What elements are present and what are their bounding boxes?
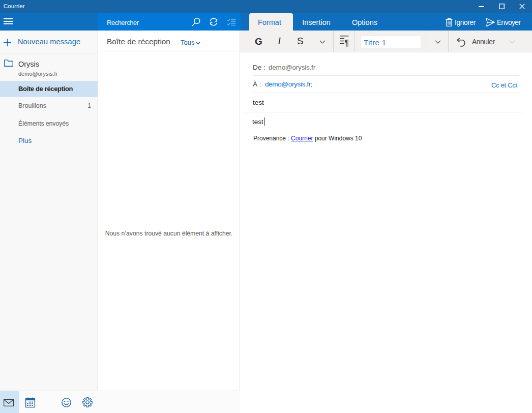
svg-text:¶: ¶	[345, 39, 349, 47]
